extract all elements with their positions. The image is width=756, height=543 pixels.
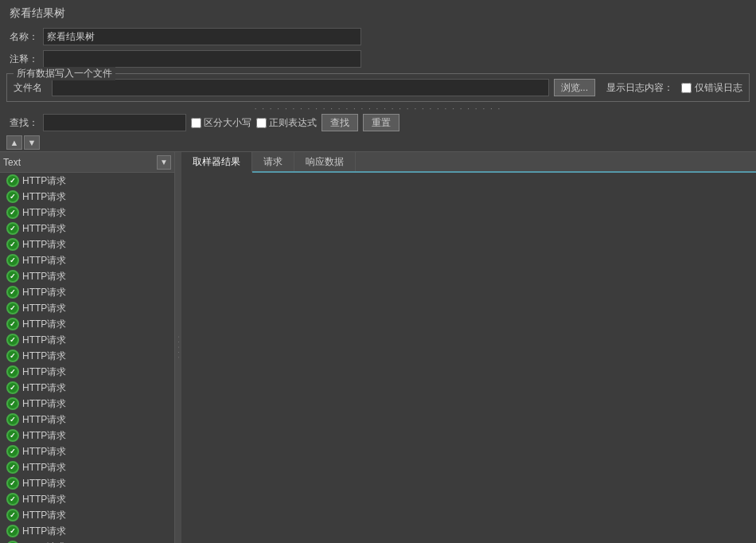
error-only-checkbox[interactable] <box>681 83 692 93</box>
tree-item[interactable]: HTTP请求 <box>0 364 174 380</box>
tree-item[interactable]: HTTP请求 <box>0 316 174 332</box>
tree-item[interactable]: HTTP请求 <box>0 459 174 475</box>
tree-item-label: HTTP请求 <box>22 397 66 411</box>
tree-item-label: HTTP请求 <box>22 493 66 506</box>
tree-item[interactable]: HTTP请求 <box>0 523 174 539</box>
tree-item-label: HTTP请求 <box>22 222 66 236</box>
nav-arrows: ▲ ▼ <box>0 134 756 151</box>
log-label: 显示日志内容： <box>606 81 673 95</box>
tree-item-label: HTTP请求 <box>22 350 66 363</box>
status-icon <box>6 477 19 490</box>
tree-item[interactable]: HTTP请求 <box>0 300 174 316</box>
status-icon <box>6 365 19 378</box>
status-icon <box>6 254 19 267</box>
tree-item[interactable]: HTTP请求 <box>0 539 174 543</box>
content-area: Text ▼ HTTP请求 HTTP请求 HTTP请求 HTTP请求 HTTP请… <box>0 151 756 543</box>
tree-item[interactable]: HTTP请求 <box>0 268 174 284</box>
tree-item[interactable]: HTTP请求 <box>0 396 174 412</box>
status-icon <box>6 302 19 314</box>
file-row: 文件名 浏览... 显示日志内容： 仅错误日志 <box>14 79 742 96</box>
tree-item[interactable]: HTTP请求 <box>0 236 174 252</box>
tree-item[interactable]: HTTP请求 <box>0 491 174 507</box>
tree-item-label: HTTP请求 <box>22 365 66 379</box>
status-icon <box>6 222 19 235</box>
tree-item-label: HTTP请求 <box>22 302 66 315</box>
status-icon <box>6 429 19 442</box>
status-icon <box>6 238 19 251</box>
tree-item[interactable]: HTTP请求 <box>0 221 174 236</box>
tree-item[interactable]: HTTP请求 <box>0 348 174 364</box>
tree-item[interactable]: HTTP请求 <box>0 428 174 443</box>
tree-item[interactable]: HTTP请求 <box>0 380 174 396</box>
file-label: 文件名 <box>14 81 47 95</box>
tree-item-label: HTTP请求 <box>22 238 66 252</box>
status-icon <box>6 350 19 362</box>
search-input[interactable] <box>43 114 186 131</box>
browse-button[interactable]: 浏览... <box>554 79 595 96</box>
tree-item[interactable]: HTTP请求 <box>0 475 174 491</box>
status-icon <box>6 381 19 394</box>
tree-item[interactable]: HTTP请求 <box>0 284 174 300</box>
status-icon <box>6 286 19 299</box>
tree-item-label: HTTP请求 <box>22 541 66 544</box>
tab-response[interactable]: 响应数据 <box>294 152 356 171</box>
nav-up-button[interactable]: ▲ <box>6 135 22 150</box>
status-icon <box>6 397 19 410</box>
tree-item-label: HTTP请求 <box>22 445 66 459</box>
tree-item[interactable]: HTTP请求 <box>0 252 174 268</box>
tree-list[interactable]: HTTP请求 HTTP请求 HTTP请求 HTTP请求 HTTP请求 HTTP请… <box>0 173 174 543</box>
file-input[interactable] <box>52 79 549 96</box>
tree-item[interactable]: HTTP请求 <box>0 205 174 221</box>
right-content <box>181 173 756 543</box>
status-icon <box>6 334 19 346</box>
nav-down-button[interactable]: ▼ <box>24 135 40 150</box>
tree-item-label: HTTP请求 <box>22 381 66 395</box>
column-header: Text ▼ <box>0 152 174 173</box>
tree-item-label: HTTP请求 <box>22 174 66 188</box>
search-row: 查找： 区分大小写 正则表达式 查找 重置 <box>0 111 756 134</box>
reset-button[interactable]: 重置 <box>363 114 399 131</box>
tree-item[interactable]: HTTP请求 <box>0 443 174 459</box>
right-panel: 取样器结果请求响应数据 <box>181 152 756 543</box>
file-section: 所有数据写入一个文件 文件名 浏览... 显示日志内容： 仅错误日志 <box>6 73 750 102</box>
case-sensitive-checkbox[interactable] <box>191 118 201 128</box>
top-divider[interactable]: · · · · · · · · · · · · · · · · · · · · … <box>0 105 756 111</box>
tree-item-label: HTTP请求 <box>22 509 66 522</box>
tree-item[interactable]: HTTP请求 <box>0 507 174 523</box>
sort-button[interactable]: ▼ <box>157 155 171 170</box>
tree-item[interactable]: HTTP请求 <box>0 412 174 428</box>
main-container: 察看结果树 名称： 注释： 所有数据写入一个文件 文件名 浏览... 显示日志内… <box>0 0 756 543</box>
tree-item-label: HTTP请求 <box>22 461 66 475</box>
comment-input[interactable] <box>43 50 361 68</box>
search-label: 查找： <box>10 116 38 130</box>
status-icon <box>6 461 19 474</box>
regex-label[interactable]: 正则表达式 <box>256 116 317 130</box>
case-sensitive-label[interactable]: 区分大小写 <box>191 116 251 130</box>
status-icon <box>6 413 19 426</box>
status-icon <box>6 270 19 283</box>
status-icon <box>6 525 19 537</box>
name-input[interactable] <box>43 28 361 45</box>
tree-item-label: HTTP请求 <box>22 286 66 299</box>
tree-item[interactable]: HTTP请求 <box>0 173 174 189</box>
left-panel: Text ▼ HTTP请求 HTTP请求 HTTP请求 HTTP请求 HTTP请… <box>0 152 175 543</box>
error-only-label[interactable]: 仅错误日志 <box>681 81 742 95</box>
regex-checkbox[interactable] <box>256 118 267 128</box>
comment-label: 注释： <box>10 53 43 66</box>
status-icon <box>6 493 19 506</box>
tree-item-label: HTTP请求 <box>22 334 66 347</box>
name-label: 名称： <box>10 30 43 44</box>
tree-item[interactable]: HTTP请求 <box>0 189 174 205</box>
panel-divider[interactable]: · · · · · <box>175 152 181 543</box>
tree-item-label: HTTP请求 <box>22 190 66 204</box>
tree-item-label: HTTP请求 <box>22 318 66 331</box>
tree-item-label: HTTP请求 <box>22 429 66 443</box>
status-icon <box>6 509 19 522</box>
tab-request[interactable]: 请求 <box>252 152 294 171</box>
tree-item-label: HTTP请求 <box>22 525 66 538</box>
tab-sampler[interactable]: 取样器结果 <box>181 152 252 173</box>
tree-item[interactable]: HTTP请求 <box>0 332 174 348</box>
tree-item-label: HTTP请求 <box>22 413 66 427</box>
status-icon <box>6 206 19 219</box>
search-button[interactable]: 查找 <box>321 114 358 131</box>
